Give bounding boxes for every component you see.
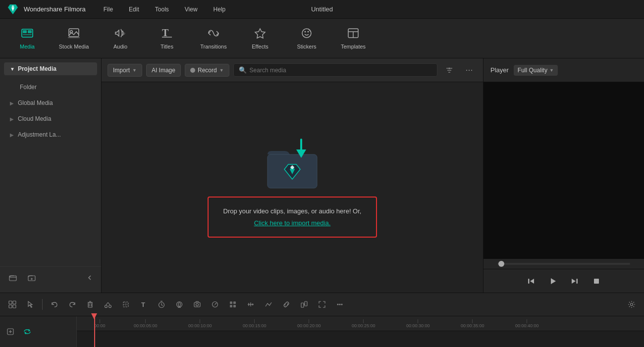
player-forward-frame-button[interactable] xyxy=(568,274,582,288)
svg-marker-35 xyxy=(530,279,534,284)
speed-button[interactable] xyxy=(208,297,222,312)
tab-stock-media[interactable]: Stock Media xyxy=(52,21,96,56)
loop-button[interactable] xyxy=(21,325,34,338)
more-tl-button[interactable] xyxy=(332,297,347,312)
menu-file[interactable]: File xyxy=(101,4,116,15)
svg-line-53 xyxy=(108,302,110,305)
svg-line-69 xyxy=(214,304,215,306)
tab-titles[interactable]: T Titles xyxy=(145,21,189,56)
sidebar-footer xyxy=(0,266,101,289)
ruler-mark-4: 00:00:20:00 xyxy=(297,319,321,328)
tab-media[interactable]: Media xyxy=(5,21,50,56)
transition-tl-button[interactable] xyxy=(261,297,276,312)
playhead[interactable] xyxy=(94,316,95,347)
adjustment-label: Adjustment La... xyxy=(18,131,61,138)
svg-rect-45 xyxy=(88,303,92,307)
player-progress-bar[interactable] xyxy=(497,263,630,265)
svg-rect-5 xyxy=(28,30,32,33)
tab-transitions-label: Transitions xyxy=(200,44,226,50)
app-name: Wondershare Filmora xyxy=(24,5,86,13)
audio-icon-tl[interactable] xyxy=(172,297,187,312)
search-input[interactable] xyxy=(250,67,432,74)
sidebar-item-adjustment[interactable]: ▶ Adjustment La... xyxy=(2,127,99,142)
toolbar-tabs: Media Stock Media ♪ Audio xyxy=(0,19,644,58)
sidebar-item-global-media[interactable]: ▶ Global Media xyxy=(2,96,99,110)
more-options-button[interactable]: ··· xyxy=(461,62,477,78)
delete-button[interactable] xyxy=(83,297,98,312)
redo-button[interactable] xyxy=(65,297,80,312)
timer-button[interactable] xyxy=(154,297,169,312)
snapshot-button[interactable] xyxy=(190,297,205,312)
player-label: Player xyxy=(490,66,509,74)
player-header: Player Full Quality ▼ xyxy=(483,58,644,82)
svg-rect-6 xyxy=(23,34,32,35)
svg-rect-20 xyxy=(9,276,16,281)
tab-stickers[interactable]: Stickers xyxy=(284,21,329,56)
svg-rect-44 xyxy=(13,305,16,308)
settings-button[interactable] xyxy=(624,297,639,312)
fit-button[interactable] xyxy=(315,297,329,312)
transitions-icon xyxy=(207,28,220,41)
sidebar-item-cloud-media[interactable]: ▶ Cloud Media xyxy=(2,111,99,126)
link-button[interactable] xyxy=(279,297,294,312)
tab-effects-label: Effects xyxy=(252,44,268,50)
player-progress-knob[interactable] xyxy=(498,261,504,267)
import-folder-button[interactable] xyxy=(6,271,20,285)
svg-rect-70 xyxy=(230,301,232,304)
chevron-right-icon-adjust: ▶ xyxy=(10,132,14,138)
color-button[interactable] xyxy=(225,297,240,312)
select-tool-button[interactable] xyxy=(23,297,38,312)
undo-button[interactable] xyxy=(47,297,62,312)
menu-edit[interactable]: Edit xyxy=(126,4,142,15)
svg-marker-37 xyxy=(551,278,556,284)
ai-image-button[interactable]: AI Image xyxy=(146,64,181,77)
svg-text:T: T xyxy=(141,301,145,308)
filter-button[interactable] xyxy=(441,62,457,78)
tab-transitions[interactable]: Transitions xyxy=(191,21,236,56)
import-button[interactable]: Import ▼ xyxy=(107,64,142,77)
player-stop-button[interactable] xyxy=(590,274,603,288)
audio-level-button[interactable] xyxy=(243,297,258,312)
svg-point-83 xyxy=(341,304,343,305)
detach-button[interactable] xyxy=(297,297,312,312)
ruler-mark-1: 00:00:05:00 xyxy=(134,319,158,328)
new-folder-button[interactable] xyxy=(25,271,39,285)
crop-button[interactable] xyxy=(118,297,133,312)
tab-templates[interactable]: Templates xyxy=(331,21,376,56)
project-media-header[interactable]: ▼ Project Media xyxy=(4,62,97,75)
svg-marker-13 xyxy=(255,29,265,38)
tab-effects[interactable]: Effects xyxy=(238,21,282,56)
menu-view[interactable]: View xyxy=(182,4,201,15)
svg-point-66 xyxy=(196,303,199,306)
sidebar-item-folder[interactable]: Folder xyxy=(2,80,99,95)
svg-rect-40 xyxy=(594,279,599,284)
ruler-mark-8: 00:00:40:00 xyxy=(515,319,539,328)
folder-label: Folder xyxy=(20,84,37,91)
tab-audio[interactable]: ♪ Audio xyxy=(98,21,143,56)
text-button[interactable]: T xyxy=(136,297,151,312)
svg-rect-39 xyxy=(577,279,578,284)
sidebar: ▼ Project Media Folder ▶ Global Media ▶ … xyxy=(0,58,102,293)
menu-tools[interactable]: Tools xyxy=(152,4,172,15)
search-box[interactable]: 🔍 xyxy=(233,63,437,77)
scene-view-button[interactable] xyxy=(5,297,20,312)
stickers-icon xyxy=(301,28,313,41)
svg-rect-42 xyxy=(13,301,16,304)
player-controls xyxy=(483,269,644,293)
import-media-link[interactable]: Click here to import media. xyxy=(254,219,331,227)
record-button[interactable]: Record ▼ xyxy=(185,64,229,77)
player-play-button[interactable] xyxy=(546,274,560,288)
quality-select[interactable]: Full Quality ▼ xyxy=(514,65,558,76)
record-dot-icon xyxy=(190,68,195,73)
record-arrow-icon: ▼ xyxy=(219,68,224,73)
folder-illustration xyxy=(263,137,322,187)
media-icon xyxy=(21,28,33,41)
menu-help[interactable]: Help xyxy=(211,4,229,15)
player-back-frame-button[interactable] xyxy=(524,274,538,288)
window-title: Untitled xyxy=(311,5,333,13)
add-media-timeline-button[interactable] xyxy=(4,325,17,338)
ruler-mark-0: 00:00 xyxy=(94,319,106,328)
svg-rect-4 xyxy=(23,30,27,33)
collapse-sidebar-button[interactable] xyxy=(84,272,95,283)
cut-button[interactable] xyxy=(101,297,115,312)
